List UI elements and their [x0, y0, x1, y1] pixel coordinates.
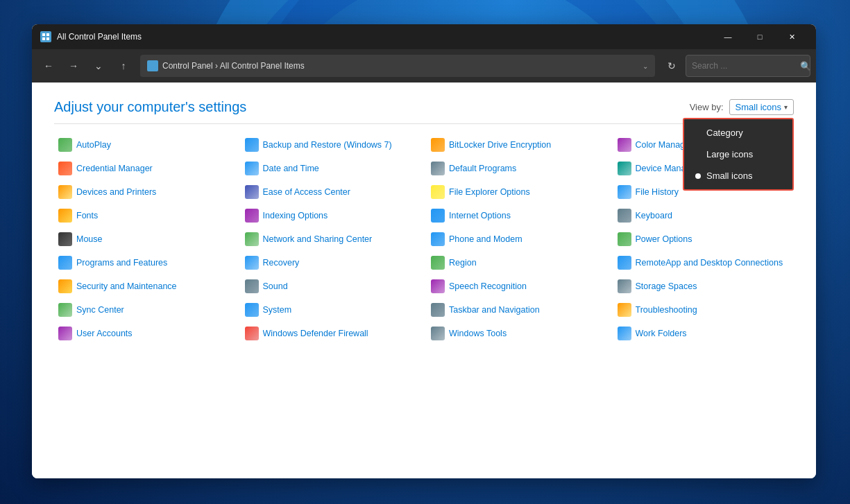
device-mgr-icon [618, 162, 631, 175]
control-panel-item-bitlocker[interactable]: BitLocker Drive Encryption [427, 135, 608, 155]
control-panel-item-mouse[interactable]: Mouse [54, 229, 235, 249]
sound-icon [245, 279, 259, 293]
datetime-icon [245, 162, 259, 175]
control-panel-item-sync[interactable]: Sync Center [54, 300, 235, 320]
control-panel-item-file-explorer[interactable]: File Explorer Options [427, 182, 608, 202]
file-explorer-label: File Explorer Options [449, 187, 530, 197]
control-panel-item-network[interactable]: Network and Sharing Center [241, 229, 422, 249]
control-panel-item-power[interactable]: Power Options [613, 229, 794, 249]
speech-label: Speech Recognition [449, 281, 527, 291]
internet-label: Internet Options [449, 211, 511, 220]
content-header: Adjust your computer's settings View by:… [54, 99, 794, 124]
control-panel-item-recovery[interactable]: Recovery [241, 253, 422, 272]
sound-label: Sound [263, 281, 288, 291]
control-panel-item-datetime[interactable]: Date and Time [241, 159, 422, 178]
datetime-label: Date and Time [263, 164, 319, 173]
ease-label: Ease of Access Center [263, 187, 350, 197]
credential-icon [58, 162, 72, 175]
window-title: All Control Panel Items [57, 32, 712, 42]
page-title: Adjust your computer's settings [54, 99, 246, 115]
network-label: Network and Sharing Center [263, 234, 373, 244]
mouse-icon [58, 232, 72, 246]
dropdown-small-icons-label: Small icons [706, 171, 752, 181]
sync-icon [58, 303, 72, 317]
mouse-label: Mouse [76, 234, 103, 244]
control-panel-item-sound[interactable]: Sound [241, 277, 422, 296]
dropdown-category-label: Category [706, 128, 743, 138]
user-icon [58, 327, 72, 340]
control-panel-item-credential[interactable]: Credential Manager [54, 159, 235, 178]
control-panel-item-storage[interactable]: Storage Spaces [613, 277, 794, 296]
forward-button[interactable]: → [62, 55, 85, 77]
control-panel-item-user[interactable]: User Accounts [54, 324, 235, 343]
minimize-button[interactable]: — [712, 24, 744, 49]
address-bar[interactable]: Control Panel › All Control Panel Items … [140, 55, 655, 77]
fonts-label: Fonts [76, 211, 98, 220]
control-panel-item-devices[interactable]: Devices and Printers [54, 182, 235, 202]
close-button[interactable]: ✕ [776, 24, 808, 49]
control-panel-item-windows-defender[interactable]: Windows Defender Firewall [241, 324, 422, 343]
speech-icon [431, 279, 445, 293]
control-panel-item-autoplay[interactable]: AutoPlay [54, 135, 235, 155]
programs-icon [58, 256, 72, 270]
security-label: Security and Maintenance [76, 281, 177, 291]
back-button[interactable]: ← [37, 55, 60, 77]
control-panel-item-speech[interactable]: Speech Recognition [427, 277, 608, 296]
control-panel-item-taskbar[interactable]: Taskbar and Navigation [427, 300, 608, 320]
dropdown-item-small-icons[interactable]: Small icons [684, 165, 792, 186]
default-icon [431, 162, 445, 175]
control-panel-item-programs[interactable]: Programs and Features [54, 253, 235, 272]
refresh-button[interactable]: ↻ [661, 55, 683, 77]
recent-locations-button[interactable]: ⌄ [87, 55, 110, 77]
devices-icon [58, 185, 72, 199]
control-panel-item-work-folders[interactable]: Work Folders [613, 324, 794, 343]
taskbar-icon [431, 303, 445, 317]
storage-icon [618, 279, 631, 293]
keyboard-icon [618, 209, 631, 223]
control-panel-item-windows-tools[interactable]: Windows Tools [427, 324, 608, 343]
up-button[interactable]: ↑ [112, 55, 135, 77]
address-icon [147, 60, 158, 71]
taskbar-label: Taskbar and Navigation [449, 305, 540, 315]
control-panel-item-remoteapp[interactable]: RemoteApp and Desktop Connections [613, 253, 794, 272]
bitlocker-icon [431, 138, 445, 152]
titlebar: All Control Panel Items — □ ✕ [32, 24, 816, 49]
titlebar-controls: — □ ✕ [712, 24, 808, 49]
explorer-window: All Control Panel Items — □ ✕ ← → ⌄ ↑ Co… [32, 24, 816, 478]
region-label: Region [449, 258, 477, 268]
devices-label: Devices and Printers [76, 187, 156, 197]
search-input[interactable] [692, 61, 796, 71]
file-history-label: File History [636, 187, 679, 197]
svg-rect-0 [42, 33, 45, 36]
credential-label: Credential Manager [76, 164, 153, 173]
system-icon [245, 303, 259, 317]
dropdown-large-icons-label: Large icons [706, 149, 753, 159]
window-icon [40, 31, 51, 42]
troubleshoot-icon [618, 303, 631, 317]
control-panel-item-internet[interactable]: Internet Options [427, 206, 608, 225]
control-panel-item-region[interactable]: Region [427, 253, 608, 272]
control-panel-item-backup[interactable]: Backup and Restore (Windows 7) [241, 135, 422, 155]
windows-tools-icon [431, 327, 445, 340]
control-panel-item-ease[interactable]: Ease of Access Center [241, 182, 422, 202]
dropdown-item-category[interactable]: Category [684, 122, 792, 144]
control-panel-item-keyboard[interactable]: Keyboard [613, 206, 794, 225]
viewby-chevron-icon: ▾ [784, 103, 788, 111]
control-panel-item-troubleshoot[interactable]: Troubleshooting [613, 300, 794, 320]
control-panel-item-default[interactable]: Default Programs [427, 159, 608, 178]
control-panel-item-system[interactable]: System [241, 300, 422, 320]
autoplay-label: AutoPlay [76, 140, 111, 150]
search-icon: 🔍 [800, 61, 811, 71]
programs-label: Programs and Features [76, 258, 167, 268]
control-panel-item-phone[interactable]: Phone and Modem [427, 229, 608, 249]
control-panel-item-fonts[interactable]: Fonts [54, 206, 235, 225]
viewby-label: View by: [690, 102, 724, 112]
search-box[interactable]: 🔍 [686, 55, 810, 77]
file-explorer-icon [431, 185, 445, 199]
dropdown-item-large-icons[interactable]: Large icons [684, 144, 792, 165]
viewby-button[interactable]: Small icons ▾ [729, 99, 794, 115]
control-panel-item-indexing[interactable]: Indexing Options [241, 206, 422, 225]
maximize-button[interactable]: □ [744, 24, 776, 49]
recovery-label: Recovery [263, 258, 300, 268]
control-panel-item-security[interactable]: Security and Maintenance [54, 277, 235, 296]
